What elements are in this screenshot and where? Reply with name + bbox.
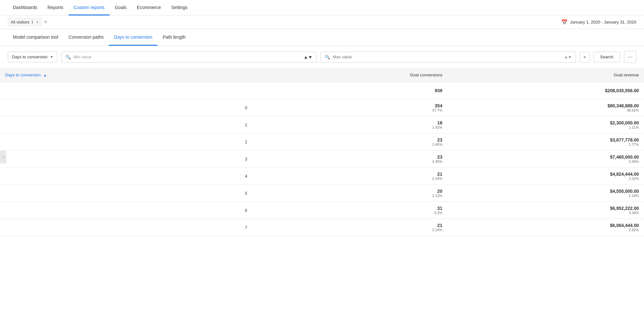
min-value-input[interactable] <box>73 54 301 59</box>
revenue-cell: $3,677,778.001.77% <box>447 133 644 151</box>
table-row: 5202.13%$4,550,000.002.19% <box>0 185 644 202</box>
table-row: 6313.3%$6,952,222.003.34% <box>0 202 644 219</box>
conversions-cell: 232.45% <box>258 151 447 168</box>
conversions-cell: 212.24% <box>258 219 447 236</box>
total-revenue-cell: $208,035,556.00 <box>447 82 644 99</box>
conversions-cell: 212.24% <box>258 168 447 185</box>
segment-close-icon[interactable]: × <box>36 20 39 25</box>
conversions-cell: 202.13% <box>258 185 447 202</box>
sub-nav-conversion-paths[interactable]: Conversion paths <box>63 29 109 46</box>
revenue-cell: $4,824,444.002.32% <box>447 168 644 185</box>
search-button[interactable]: Search <box>593 52 620 62</box>
segment-add-button[interactable]: + <box>44 19 48 25</box>
more-options-button[interactable]: ⋯ <box>624 51 636 63</box>
days-cell: 5 <box>0 185 258 202</box>
col-header-revenue[interactable]: Goal revenue <box>447 68 644 82</box>
min-value-input-container: 🔍 ▲▼ <box>61 52 317 63</box>
conversions-cell: 313.3% <box>258 202 447 219</box>
conversions-cell: 181.92% <box>258 116 447 133</box>
segment-info-icon[interactable]: ℹ <box>32 20 33 25</box>
days-cell: 7 <box>0 219 258 236</box>
revenue-cell: $6,064,444.002.92% <box>447 219 644 236</box>
sub-nav-model-comparison[interactable]: Model comparison tool <box>8 29 63 46</box>
nav-item-ecommerce[interactable]: Ecommerce <box>132 0 166 15</box>
days-cell: 6 <box>0 202 258 219</box>
conversions-cell: 35437.7% <box>258 99 447 116</box>
total-row: 939 $208,035,556.00 <box>0 82 644 99</box>
segment-bar: All visitors ℹ × + 📅 January 1, 2020 - J… <box>0 15 644 29</box>
revenue-cell: $80,348,889.0038.62% <box>447 99 644 116</box>
col-header-conversions[interactable]: Goal conversions <box>258 68 447 82</box>
sort-icon: ▲ <box>43 73 47 77</box>
segment-label: All visitors <box>11 20 30 25</box>
revenue-cell: $7,460,000.003.59% <box>447 151 644 168</box>
data-table: Days to conversion ▲ Goal conversions Go… <box>0 68 644 236</box>
days-cell: 2 <box>0 133 258 151</box>
nav-item-dashboards[interactable]: Dashboards <box>8 0 43 15</box>
clear-button[interactable]: × <box>580 52 590 63</box>
days-cell: 0 <box>0 99 258 116</box>
nav-item-custom-reports[interactable]: Custom reports <box>69 0 110 15</box>
revenue-cell: $4,550,000.002.19% <box>447 185 644 202</box>
sidebar-toggle[interactable]: › <box>0 151 6 163</box>
days-cell: 1 <box>0 116 258 133</box>
chevron-down-icon: ▼ <box>50 55 53 59</box>
days-cell: 3 <box>0 151 258 168</box>
calendar-icon: 📅 <box>561 19 568 25</box>
table-row: 035437.7%$80,348,889.0038.62% <box>0 99 644 116</box>
stepper-arrows-min[interactable]: ▲▼ <box>303 54 312 60</box>
stepper-arrows-max[interactable]: ▲▼ <box>564 55 572 59</box>
max-value-input[interactable] <box>333 54 562 59</box>
sub-nav: Model comparison tool Conversion paths D… <box>0 29 644 46</box>
revenue-cell: $6,952,222.003.34% <box>447 202 644 219</box>
search-icon-min: 🔍 <box>65 54 71 60</box>
table-row: 3232.45%$7,460,000.003.59% <box>0 151 644 168</box>
search-icon-max: 🔍 <box>325 54 330 60</box>
date-range[interactable]: 📅 January 1, 2020 - January 31, 2020 <box>561 19 636 25</box>
total-days-cell <box>0 82 258 99</box>
date-range-label: January 1, 2020 - January 31, 2020 <box>570 20 636 25</box>
table-row: 4212.24%$4,824,444.002.32% <box>0 168 644 185</box>
days-cell: 4 <box>0 168 258 185</box>
nav-item-settings[interactable]: Settings <box>166 0 193 15</box>
revenue-cell: $2,300,000.001.11% <box>447 116 644 133</box>
conversions-cell: 232.45% <box>258 133 447 151</box>
nav-item-goals[interactable]: Goals <box>110 0 132 15</box>
max-value-input-container: 🔍 ▲▼ <box>321 52 576 63</box>
table-row: 1181.92%$2,300,000.001.11% <box>0 116 644 133</box>
col-header-days[interactable]: Days to conversion ▲ <box>0 68 258 82</box>
filter-bar: Days to conversion ▼ 🔍 ▲▼ 🔍 ▲▼ × Search … <box>0 46 644 68</box>
sub-nav-days-to-conversion[interactable]: Days to conversion <box>109 29 158 46</box>
filter-dropdown-label: Days to conversion <box>12 54 48 59</box>
segment-tab[interactable]: All visitors ℹ × <box>8 18 42 26</box>
nav-item-reports[interactable]: Reports <box>43 0 69 15</box>
sub-nav-path-length[interactable]: Path length <box>158 29 191 46</box>
filter-dropdown[interactable]: Days to conversion ▼ <box>8 52 57 62</box>
table-row: 7212.24%$6,064,444.002.92% <box>0 219 644 236</box>
top-nav: Dashboards Reports Custom reports Goals … <box>0 0 644 15</box>
table-header-row: Days to conversion ▲ Goal conversions Go… <box>0 68 644 82</box>
total-conversions-cell: 939 <box>258 82 447 99</box>
table-row: 2232.45%$3,677,778.001.77% <box>0 133 644 151</box>
